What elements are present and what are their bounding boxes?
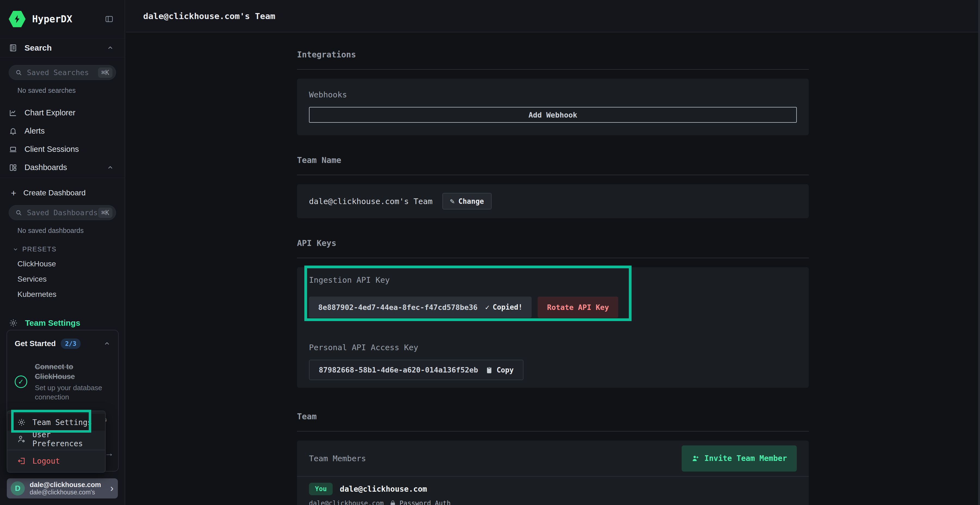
- ingestion-api-key-label: Ingestion API Key: [309, 275, 797, 284]
- search-icon: [15, 69, 22, 76]
- create-dashboard-label: Create Dashboard: [24, 189, 86, 197]
- hyperdx-logo-icon: [9, 10, 25, 28]
- sidebar-item-client-sessions[interactable]: Client Sessions: [0, 140, 125, 158]
- logo-row: HyperDX: [0, 0, 125, 38]
- sidebar-item-label: Chart Explorer: [24, 108, 75, 117]
- user-plus-icon: [692, 454, 700, 462]
- collapse-sidebar-icon[interactable]: [105, 14, 114, 24]
- check-circle-icon: ✓: [15, 375, 27, 388]
- change-label: Change: [458, 197, 484, 205]
- divider: [297, 175, 809, 175]
- add-webhook-button[interactable]: Add Webhook: [309, 107, 797, 123]
- journal-search-icon: [9, 43, 18, 52]
- arrow-right-icon: →: [105, 448, 114, 459]
- rotate-api-key-button[interactable]: Rotate API Key: [538, 297, 618, 318]
- main-panel: dale@clickhouse.com's Team Integrations …: [126, 0, 980, 505]
- preset-clickhouse[interactable]: ClickHouse: [18, 260, 125, 268]
- divider: [297, 431, 809, 432]
- copy-label: Copy: [496, 366, 514, 374]
- member-name: dale@clickhouse.com: [340, 484, 427, 494]
- preset-services[interactable]: Services: [18, 275, 125, 284]
- shortcut-badge: ⌘K: [98, 208, 113, 218]
- dashboard-grid-icon: [9, 163, 18, 172]
- team-name-card: dale@clickhouse.com's Team ✎ Change: [297, 184, 809, 218]
- api-keys-section-title: API Keys: [297, 238, 809, 248]
- team-section-title: Team: [297, 412, 809, 421]
- page-title: dale@clickhouse.com's Team: [143, 11, 275, 21]
- team-settings-label: Team Settings: [25, 318, 80, 327]
- step-subtitle: Set up your database connection: [35, 383, 111, 402]
- top-bar: dale@clickhouse.com's Team: [126, 0, 980, 32]
- user-name: dale@clickhouse.com: [30, 481, 101, 489]
- sidebar-item-chart-explorer[interactable]: Chart Explorer: [0, 104, 125, 122]
- you-badge: You: [309, 483, 332, 495]
- no-saved-searches-text: No saved searches: [18, 87, 125, 94]
- no-saved-dashboards-text: No saved dashboards: [18, 227, 125, 235]
- bell-icon: [9, 127, 18, 135]
- menu-item-team-settings[interactable]: Team Settings: [7, 414, 105, 431]
- shortcut-badge: ⌘K: [98, 67, 113, 78]
- webhooks-card: Webhooks Add Webhook: [297, 79, 809, 135]
- lock-icon: [390, 500, 396, 505]
- clipboard-icon: [486, 366, 493, 374]
- preset-kubernetes[interactable]: Kubernetes: [18, 290, 125, 299]
- search-section-label: Search: [24, 43, 52, 52]
- menu-item-logout[interactable]: Logout: [7, 453, 105, 469]
- team-member-row: You dale@clickhouse.com dale@clickhouse.…: [297, 477, 809, 505]
- saved-dashboards-input[interactable]: ⌘K: [9, 205, 116, 220]
- chevron-up-icon[interactable]: [107, 164, 114, 171]
- user-account-card[interactable]: D dale@clickhouse.com dale@clickhouse.co…: [7, 478, 118, 499]
- personal-api-key-value: 87982668-58b1-4d6e-a620-014a136f52eb: [319, 366, 478, 374]
- ingestion-api-key-chip[interactable]: 8e887902-4ed7-44ea-8fec-f47cd578be36 ✓ C…: [309, 297, 531, 318]
- personal-api-key-label: Personal API Access Key: [309, 343, 797, 352]
- account-popup-menu: Team Settings User Preferences Logout: [7, 411, 106, 473]
- sidebar-item-alerts[interactable]: Alerts: [0, 122, 125, 140]
- presets-toggle[interactable]: PRESETS: [13, 245, 125, 253]
- avatar: D: [11, 481, 25, 495]
- divider: [297, 69, 809, 70]
- divider: [297, 258, 809, 258]
- sidebar-item-label: Alerts: [24, 127, 45, 135]
- sidebar-item-dashboards[interactable]: Dashboards: [0, 158, 125, 176]
- line-chart-icon: [9, 108, 18, 117]
- menu-item-label: Team Settings: [32, 418, 92, 427]
- saved-searches-input[interactable]: ⌘K: [9, 65, 116, 80]
- saved-searches-field[interactable]: [27, 68, 98, 77]
- api-keys-card: Ingestion API Key 8e887902-4ed7-44ea-8fe…: [297, 267, 809, 388]
- divider: [7, 450, 105, 450]
- user-gear-icon: [17, 435, 26, 443]
- get-started-step-connect[interactable]: ✓ Connect to ClickHouse Set up your data…: [15, 362, 111, 402]
- menu-item-user-preferences[interactable]: User Preferences: [7, 431, 105, 448]
- app-title: HyperDX: [32, 14, 72, 24]
- webhooks-label: Webhooks: [309, 90, 797, 99]
- invite-team-member-button[interactable]: Invite Team Member: [682, 445, 797, 472]
- copy-action: Copy: [486, 366, 514, 374]
- step-title: Connect to ClickHouse: [35, 362, 111, 382]
- scrollbar[interactable]: [978, 0, 980, 505]
- chevron-up-icon[interactable]: [107, 44, 114, 51]
- change-team-name-button[interactable]: ✎ Change: [442, 193, 492, 210]
- member-email: dale@clickhouse.com: [309, 500, 384, 505]
- sidebar-nav: Chart Explorer Alerts Client Sessions Da…: [0, 104, 125, 178]
- integrations-section-title: Integrations: [297, 50, 809, 59]
- create-dashboard-button[interactable]: + Create Dashboard: [11, 188, 125, 197]
- search-section-header[interactable]: Search: [0, 38, 125, 57]
- chevron-up-icon[interactable]: [103, 340, 111, 347]
- presets-label: PRESETS: [22, 245, 57, 253]
- personal-api-key-chip[interactable]: 87982668-58b1-4d6e-a620-014a136f52eb Cop…: [309, 360, 523, 380]
- plus-icon: +: [11, 188, 16, 197]
- menu-item-label: Logout: [32, 457, 60, 465]
- search-icon: [15, 209, 22, 217]
- divider: [0, 178, 125, 178]
- copied-indicator: ✓ Copied!: [485, 303, 522, 311]
- get-started-title: Get Started: [15, 339, 56, 348]
- progress-badge: 2/3: [61, 338, 81, 349]
- team-name-section-title: Team Name: [297, 156, 809, 165]
- sidebar-item-team-settings[interactable]: Team Settings: [9, 318, 125, 327]
- chevron-down-icon: [13, 246, 19, 252]
- copied-label: Copied!: [493, 303, 523, 311]
- saved-dashboards-field[interactable]: [27, 208, 98, 217]
- ingestion-api-key-value: 8e887902-4ed7-44ea-8fec-f47cd578be36: [318, 303, 477, 311]
- team-name-value: dale@clickhouse.com's Team: [309, 197, 433, 206]
- sidebar-item-label: Dashboards: [24, 163, 67, 172]
